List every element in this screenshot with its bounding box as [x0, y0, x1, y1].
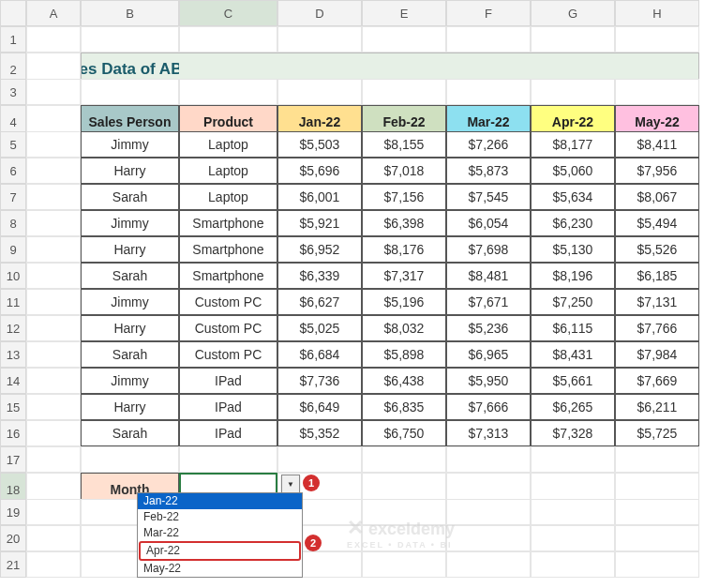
- data-cell[interactable]: $7,669: [615, 368, 699, 394]
- data-cell[interactable]: $7,328: [531, 420, 615, 446]
- data-cell[interactable]: Custom PC: [179, 341, 277, 368]
- data-cell[interactable]: $5,352: [277, 420, 362, 446]
- data-cell[interactable]: $6,398: [362, 210, 446, 236]
- empty-cell[interactable]: [362, 551, 446, 578]
- empty-cell[interactable]: [179, 26, 277, 53]
- col-header-G[interactable]: G: [531, 0, 615, 26]
- empty-cell[interactable]: [179, 446, 277, 473]
- data-cell[interactable]: $5,503: [277, 131, 362, 158]
- empty-cell[interactable]: [26, 499, 81, 525]
- data-cell[interactable]: $8,067: [615, 184, 699, 210]
- empty-cell[interactable]: [26, 446, 81, 473]
- row-header-17[interactable]: 17: [0, 446, 26, 473]
- col-header-A[interactable]: A: [26, 0, 81, 26]
- data-cell[interactable]: $6,750: [362, 420, 446, 446]
- empty-cell[interactable]: [446, 26, 531, 53]
- data-cell[interactable]: IPad: [179, 420, 277, 446]
- empty-cell[interactable]: [446, 551, 531, 578]
- dropdown-item[interactable]: Apr-22: [139, 541, 301, 561]
- data-cell[interactable]: $8,177: [531, 131, 615, 158]
- empty-cell[interactable]: [26, 394, 81, 420]
- empty-cell[interactable]: [277, 26, 362, 53]
- data-cell[interactable]: $5,661: [531, 368, 615, 394]
- row-header-12[interactable]: 12: [0, 315, 26, 341]
- empty-cell[interactable]: [362, 499, 446, 525]
- data-cell[interactable]: $6,438: [362, 368, 446, 394]
- col-header-D[interactable]: D: [277, 0, 362, 26]
- empty-cell[interactable]: [531, 525, 615, 551]
- data-cell[interactable]: $6,627: [277, 289, 362, 315]
- data-cell[interactable]: $5,950: [446, 368, 531, 394]
- empty-cell[interactable]: [26, 341, 81, 368]
- empty-cell[interactable]: [531, 499, 615, 525]
- data-cell[interactable]: Custom PC: [179, 289, 277, 315]
- row-header-10[interactable]: 10: [0, 263, 26, 289]
- empty-cell[interactable]: [26, 289, 81, 315]
- col-header-H[interactable]: H: [615, 0, 699, 26]
- empty-cell[interactable]: [26, 158, 81, 184]
- data-cell[interactable]: $8,032: [362, 315, 446, 341]
- data-cell[interactable]: $5,873: [446, 158, 531, 184]
- row-header-9[interactable]: 9: [0, 236, 26, 263]
- dropdown-item[interactable]: Feb-22: [138, 509, 302, 525]
- empty-cell[interactable]: [615, 551, 699, 578]
- row-header-19[interactable]: 19: [0, 499, 26, 525]
- data-cell[interactable]: $6,265: [531, 394, 615, 420]
- empty-cell[interactable]: [81, 26, 179, 53]
- row-header-14[interactable]: 14: [0, 368, 26, 394]
- data-cell[interactable]: Smartphone: [179, 210, 277, 236]
- data-cell[interactable]: $7,984: [615, 341, 699, 368]
- data-cell[interactable]: Sarah: [81, 263, 179, 289]
- data-cell[interactable]: $5,526: [615, 236, 699, 263]
- empty-cell[interactable]: [277, 79, 362, 105]
- data-cell[interactable]: $6,211: [615, 394, 699, 420]
- dropdown-button[interactable]: ▼: [281, 475, 300, 493]
- data-cell[interactable]: $6,230: [531, 210, 615, 236]
- dropdown-item[interactable]: Mar-22: [138, 525, 302, 541]
- data-cell[interactable]: $5,494: [615, 210, 699, 236]
- data-cell[interactable]: $6,339: [277, 263, 362, 289]
- empty-cell[interactable]: [362, 79, 446, 105]
- empty-cell[interactable]: [81, 79, 179, 105]
- empty-cell[interactable]: [277, 446, 362, 473]
- data-cell[interactable]: Jimmy: [81, 131, 179, 158]
- data-cell[interactable]: IPad: [179, 368, 277, 394]
- empty-cell[interactable]: [446, 525, 531, 551]
- empty-cell[interactable]: [26, 263, 81, 289]
- data-cell[interactable]: $5,921: [277, 210, 362, 236]
- empty-cell[interactable]: [531, 551, 615, 578]
- data-cell[interactable]: $7,736: [277, 368, 362, 394]
- empty-cell[interactable]: [446, 446, 531, 473]
- data-cell[interactable]: $7,250: [531, 289, 615, 315]
- data-cell[interactable]: $5,696: [277, 158, 362, 184]
- data-cell[interactable]: Harry: [81, 315, 179, 341]
- data-cell[interactable]: $7,266: [446, 131, 531, 158]
- empty-cell[interactable]: [531, 26, 615, 53]
- data-cell[interactable]: $6,952: [277, 236, 362, 263]
- data-cell[interactable]: $7,666: [446, 394, 531, 420]
- dropdown-item[interactable]: Jan-22: [138, 493, 302, 509]
- data-cell[interactable]: $5,725: [615, 420, 699, 446]
- row-header-1[interactable]: 1: [0, 26, 26, 53]
- data-cell[interactable]: $7,156: [362, 184, 446, 210]
- data-cell[interactable]: $7,766: [615, 315, 699, 341]
- empty-cell[interactable]: [26, 368, 81, 394]
- empty-cell[interactable]: [26, 79, 81, 105]
- spreadsheet-grid[interactable]: ABCDEFGH12Monthly Sales Data of ABC Comp…: [0, 0, 719, 578]
- row-header-6[interactable]: 6: [0, 158, 26, 184]
- empty-cell[interactable]: [362, 525, 446, 551]
- data-cell[interactable]: Smartphone: [179, 263, 277, 289]
- empty-cell[interactable]: [446, 79, 531, 105]
- data-cell[interactable]: Custom PC: [179, 315, 277, 341]
- data-cell[interactable]: $7,545: [446, 184, 531, 210]
- data-cell[interactable]: $8,481: [446, 263, 531, 289]
- empty-cell[interactable]: [615, 499, 699, 525]
- data-cell[interactable]: Laptop: [179, 184, 277, 210]
- data-cell[interactable]: $8,196: [531, 263, 615, 289]
- empty-cell[interactable]: [26, 131, 81, 158]
- data-cell[interactable]: $7,671: [446, 289, 531, 315]
- empty-cell[interactable]: [615, 525, 699, 551]
- data-cell[interactable]: Jimmy: [81, 210, 179, 236]
- data-cell[interactable]: $6,965: [446, 341, 531, 368]
- row-header-21[interactable]: 21: [0, 551, 26, 578]
